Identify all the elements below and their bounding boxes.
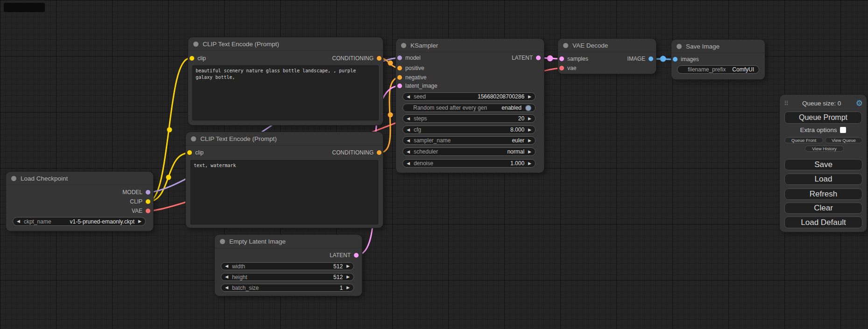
widget-value[interactable]: 1 xyxy=(339,285,343,291)
widget-ckpt-name[interactable]: ◀ ckpt_name v1-5-pruned-emaonly.ckpt ▶ xyxy=(13,217,146,226)
node-titlebar[interactable]: Load Checkpoint xyxy=(6,172,153,185)
increment-arrow-icon[interactable]: ▶ xyxy=(346,286,350,290)
increment-arrow-icon[interactable]: ▶ xyxy=(528,95,531,99)
widget-value[interactable]: 512 xyxy=(333,263,343,270)
input-slot-positive[interactable]: positive xyxy=(397,64,424,72)
save-button[interactable]: Save xyxy=(784,159,862,170)
wire-midpoint-dot[interactable] xyxy=(167,127,172,133)
latent-input-dot[interactable] xyxy=(559,56,564,61)
output-slot-conditioning[interactable]: CONDITIONING xyxy=(332,54,381,63)
widget-steps[interactable]: ◀ steps 20 ▶ xyxy=(402,114,536,123)
widget-filename-prefix[interactable]: filename_prefix ComfyUI xyxy=(677,65,759,74)
input-slot-negative[interactable]: negative xyxy=(397,73,426,82)
increment-arrow-icon[interactable]: ▶ xyxy=(138,219,141,224)
widget-batch-size[interactable]: ◀ batch_size 1 ▶ xyxy=(221,284,354,292)
widget-seed[interactable]: ◀ seed 156680208700286 ▶ xyxy=(402,92,536,101)
wire-midpoint-dot[interactable] xyxy=(547,56,553,62)
input-slot-clip[interactable]: clip xyxy=(190,54,206,63)
latent-output-dot[interactable] xyxy=(536,56,541,60)
decrement-arrow-icon[interactable]: ◀ xyxy=(225,286,228,290)
latent-input-dot[interactable] xyxy=(397,84,402,88)
decrement-arrow-icon[interactable]: ◀ xyxy=(225,264,228,268)
widget-value[interactable]: euler xyxy=(512,137,524,144)
widget-value[interactable]: enabled xyxy=(501,105,522,111)
decrement-arrow-icon[interactable]: ◀ xyxy=(407,117,410,121)
output-slot-conditioning[interactable]: CONDITIONING xyxy=(332,148,381,157)
output-slot-latent[interactable]: LATENT xyxy=(512,54,541,62)
output-slot-model[interactable]: MODEL xyxy=(122,188,150,196)
clear-button[interactable]: Clear xyxy=(784,203,862,214)
refresh-button[interactable]: Refresh xyxy=(784,189,862,200)
model-input-dot[interactable] xyxy=(397,56,402,60)
node-titlebar[interactable]: Empty Latent Image xyxy=(215,235,362,248)
conditioning-output-dot[interactable] xyxy=(377,150,381,155)
clip-output-dot[interactable] xyxy=(146,199,150,204)
conditioning-output-dot[interactable] xyxy=(377,56,381,61)
decrement-arrow-icon[interactable]: ◀ xyxy=(407,128,410,132)
input-slot-samples[interactable]: samples xyxy=(559,55,588,63)
node-titlebar[interactable]: CLIP Text Encode (Prompt) xyxy=(186,132,383,146)
widget-value[interactable]: 156680208700286 xyxy=(478,93,524,100)
node-empty-latent-image[interactable]: Empty Latent Image LATENT ◀ width 512 ▶ … xyxy=(215,235,362,296)
collapse-dot-icon[interactable] xyxy=(563,43,568,48)
widget-value[interactable]: normal xyxy=(507,148,524,155)
wire-midpoint-dot[interactable] xyxy=(166,175,171,180)
increment-arrow-icon[interactable]: ▶ xyxy=(528,128,531,132)
increment-arrow-icon[interactable]: ▶ xyxy=(528,139,531,143)
negative-prompt-textarea[interactable]: text, watermark xyxy=(191,160,378,224)
view-history-button[interactable]: View History xyxy=(805,146,844,152)
image-input-dot[interactable] xyxy=(673,57,677,62)
view-queue-button[interactable]: View Queue xyxy=(825,137,862,143)
collapse-dot-icon[interactable] xyxy=(191,136,196,141)
node-load-checkpoint[interactable]: Load Checkpoint MODEL CLIP VAE ◀ ckpt_na… xyxy=(6,172,153,231)
widget-value[interactable]: 8.000 xyxy=(510,126,524,133)
widget-sampler-name[interactable]: ◀ sampler_name euler ▶ xyxy=(402,136,536,145)
input-slot-model[interactable]: model xyxy=(397,54,421,62)
widget-height[interactable]: ◀ height 512 ▶ xyxy=(221,273,354,281)
input-slot-vae[interactable]: vae xyxy=(559,64,576,72)
collapse-dot-icon[interactable] xyxy=(401,43,406,48)
decrement-arrow-icon[interactable]: ◀ xyxy=(407,150,410,154)
widget-width[interactable]: ◀ width 512 ▶ xyxy=(221,262,354,270)
conditioning-input-dot[interactable] xyxy=(397,75,402,80)
decrement-arrow-icon[interactable]: ◀ xyxy=(225,275,228,279)
decrement-arrow-icon[interactable]: ◀ xyxy=(407,161,410,166)
positive-prompt-textarea[interactable]: beautiful scenery nature glass bottle la… xyxy=(192,65,379,120)
conditioning-input-dot[interactable] xyxy=(397,66,402,70)
node-clip-text-encode-positive[interactable]: CLIP Text Encode (Prompt) clip CONDITION… xyxy=(188,37,383,125)
decrement-arrow-icon[interactable]: ◀ xyxy=(17,219,20,224)
vae-input-dot[interactable] xyxy=(559,66,564,70)
wire-midpoint-dot[interactable] xyxy=(388,112,393,118)
widget-value[interactable]: ComfyUI xyxy=(732,66,754,73)
output-slot-latent[interactable]: LATENT xyxy=(330,251,359,259)
output-slot-vae[interactable]: VAE xyxy=(132,207,150,215)
widget-value[interactable]: 512 xyxy=(333,274,343,280)
toggle-circle-icon[interactable] xyxy=(525,105,531,111)
output-slot-clip[interactable]: CLIP xyxy=(130,197,150,206)
widget-denoise[interactable]: ◀ denoise 1.000 ▶ xyxy=(402,159,536,168)
settings-gear-icon[interactable]: ⚙ xyxy=(856,99,863,107)
node-vae-decode[interactable]: VAE Decode samples vae IMAGE xyxy=(558,39,656,74)
wire-midpoint-dot[interactable] xyxy=(660,56,666,62)
widget-random-seed-toggle[interactable]: Random seed after every gen enabled xyxy=(402,104,536,112)
queue-front-button[interactable]: Queue Front xyxy=(784,137,823,143)
node-save-image[interactable]: Save Image images filename_prefix ComfyU… xyxy=(671,40,765,79)
clip-input-dot[interactable] xyxy=(187,150,192,155)
increment-arrow-icon[interactable]: ▶ xyxy=(528,117,531,121)
node-ksampler[interactable]: KSampler model positive negative latent_… xyxy=(396,39,544,173)
queue-prompt-button[interactable]: Queue Prompt xyxy=(784,112,862,124)
drag-handle-icon[interactable]: ⠿ xyxy=(784,100,788,107)
image-output-dot[interactable] xyxy=(649,56,653,61)
collapse-dot-icon[interactable] xyxy=(677,44,682,49)
clip-input-dot[interactable] xyxy=(190,56,194,61)
widget-value[interactable]: 20 xyxy=(518,115,524,122)
node-titlebar[interactable]: KSampler xyxy=(396,39,544,52)
collapse-dot-icon[interactable] xyxy=(220,239,225,244)
increment-arrow-icon[interactable]: ▶ xyxy=(346,275,350,279)
vae-output-dot[interactable] xyxy=(146,209,150,213)
comfyui-canvas[interactable]: { "colors": { "model": "#b39ddb", "clip"… xyxy=(0,0,868,329)
node-titlebar[interactable]: VAE Decode xyxy=(558,39,656,52)
decrement-arrow-icon[interactable]: ◀ xyxy=(407,139,410,143)
node-titlebar[interactable]: Save Image xyxy=(671,40,765,53)
node-titlebar[interactable]: CLIP Text Encode (Prompt) xyxy=(188,37,383,51)
